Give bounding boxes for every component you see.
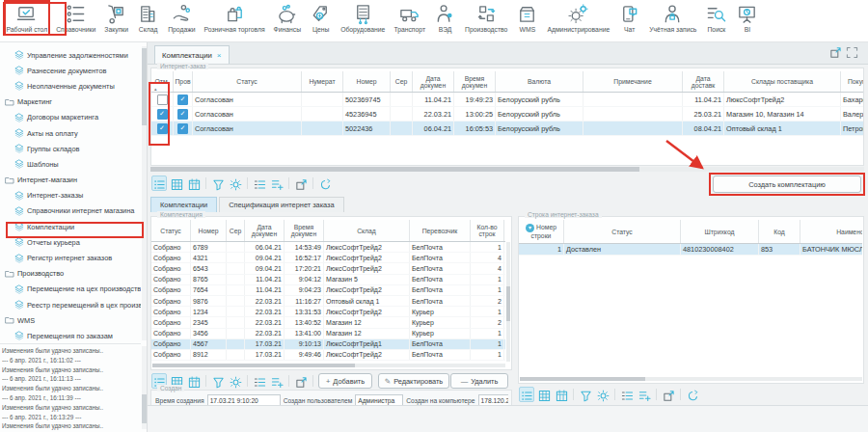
checkbox[interactable]: ✓ (177, 94, 188, 105)
sidebar-item[interactable]: Реестр перемещений в цех производ (0, 297, 141, 312)
column-header[interactable]: Сер (227, 220, 245, 242)
sidebar-item[interactable]: Группы складов (0, 141, 141, 156)
column-header[interactable]: Номер (191, 220, 227, 242)
list-add-button[interactable] (637, 387, 652, 402)
list-add-button[interactable] (269, 176, 285, 191)
sidebar-item[interactable]: Неоплаченные документы (0, 78, 141, 94)
edit-button[interactable]: ✎Редактировать (378, 373, 449, 389)
gear-button[interactable] (595, 387, 610, 402)
view-list-button[interactable] (519, 387, 534, 402)
assembly-row[interactable]: Собрано987622.03.2111:16:27Оптовый склад… (151, 295, 505, 306)
toolbar-item-prices[interactable]: Цены (310, 3, 332, 33)
sidebar-item[interactable]: Интернет-магазин (0, 173, 141, 188)
sidebar-item[interactable]: Акты на оплату (0, 125, 141, 141)
column-header[interactable]: Валюта (496, 71, 583, 93)
toolbar-item-desktop[interactable]: Рабочий стол (7, 3, 48, 33)
assembly-row[interactable]: Собрано345622.03.2113:41:00Магазин 12Кур… (151, 328, 505, 338)
popout-button[interactable] (829, 45, 842, 58)
view-grid-button[interactable] (169, 176, 184, 191)
order-row[interactable]: ✓Согласован50236974511.04.2119:49:23Бело… (151, 93, 863, 107)
sidebar-item[interactable]: WMS (0, 312, 141, 328)
column-header[interactable]: Отм.▴ (151, 71, 174, 93)
order-line-row[interactable]: 1Доставлен4810230008402853БАТОНЧИК МЮСЛИ… (519, 244, 862, 256)
order-line-hscrollbar[interactable] (520, 377, 862, 381)
toolbar-item-warehouse[interactable]: Склад (137, 3, 159, 33)
view-grid-button[interactable] (536, 387, 552, 402)
assembly-row[interactable]: Собрано765411.04.219:04:23ЛюксСофтТрейд2… (151, 284, 505, 295)
toolbar-item-purchases[interactable]: Закупки (104, 3, 128, 33)
refresh-button[interactable] (317, 176, 333, 191)
toolbar-item-directories[interactable]: Справочники (56, 3, 95, 33)
column-header[interactable]: Дата докумен (413, 71, 454, 93)
filter-button[interactable] (210, 176, 226, 191)
assembly-row[interactable]: Собрано876511.04.219:04:12Магазин 5БелПо… (151, 274, 505, 284)
column-header[interactable]: Наименова (800, 220, 863, 244)
view-calendar-button[interactable] (186, 176, 202, 191)
sidebar-item[interactable]: Справочники интернет магазина (0, 203, 141, 219)
sidebar-item[interactable]: Маркетинг (0, 94, 141, 110)
assembly-vscrollbar[interactable] (506, 242, 510, 362)
toolbar-item-finance[interactable]: Финансы (274, 3, 302, 33)
sidebar-item[interactable]: Шаблоны (0, 156, 141, 172)
list-add-button[interactable] (269, 373, 285, 389)
sidebar-item[interactable]: Регистр интернет заказов (0, 250, 141, 265)
toolbar-item-transport[interactable]: Транспорт (393, 3, 425, 33)
toolbar-item-production[interactable]: Производство (465, 3, 507, 33)
column-header[interactable]: Номер (343, 71, 391, 93)
assembly-row[interactable]: Собрано123422.03.2113:31:53ЛюксСофтТрейд… (151, 307, 505, 317)
toolbar-item-administration[interactable]: Администрирование (547, 3, 610, 33)
toolbar-item-retail[interactable]: Розничная торговля (204, 3, 265, 33)
column-header[interactable]: Время докумен (285, 220, 324, 242)
numbered-list-button[interactable] (252, 373, 267, 389)
column-header[interactable]: Статус (193, 71, 302, 93)
tab-close-icon[interactable]: × (217, 51, 222, 60)
column-header[interactable]: Примечание (583, 71, 683, 93)
sidebar-item[interactable]: Интернет-заказы (0, 188, 141, 203)
checkbox[interactable] (157, 94, 168, 105)
column-header[interactable]: Покупатель инт (841, 71, 864, 93)
gear-button[interactable] (228, 176, 243, 191)
sidebar-item-komplektacii[interactable]: Комплектации (0, 219, 141, 234)
subtab[interactable]: Комплектации (150, 197, 217, 212)
toolbar-item-sales[interactable]: Продажи (168, 3, 195, 33)
toolbar-item-equipment[interactable]: Оборудование (340, 3, 385, 33)
popout-button[interactable] (661, 387, 676, 402)
column-header[interactable]: Штрихкод (681, 220, 759, 244)
toolbar-item-chat[interactable]: Чат (618, 3, 640, 33)
toolbar-item-search[interactable]: Поиск (705, 3, 727, 33)
create-assembly-button[interactable]: Создать комплектацию (713, 176, 861, 193)
filter-button[interactable] (578, 387, 593, 402)
sidebar-item[interactable]: Перемещения по заказам (0, 328, 141, 343)
toolbar-item-bi[interactable]: BI (736, 3, 758, 33)
column-header[interactable]: Кол-в (всего (504, 220, 506, 242)
filter-button[interactable] (210, 373, 226, 389)
order-row[interactable]: ✓✓Согласован502243606.04.2116:05:53Белор… (151, 122, 863, 136)
order-row[interactable]: ✓✓Согласован4523694522.03.2113:00:25Бело… (151, 107, 863, 122)
sidebar-item[interactable]: Производство (0, 266, 141, 282)
column-header[interactable]: Статус (564, 220, 681, 244)
assembly-row[interactable]: Собрано432109.04.2116:52:17ЛюксСофтТрейд… (151, 253, 505, 263)
column-header[interactable]: Склады поставщика (724, 71, 841, 93)
delete-button[interactable]: —Удалить (450, 373, 508, 389)
numbered-list-button[interactable] (252, 176, 267, 191)
assembly-row[interactable]: Собрано234522.03.2113:40:52Магазин 12Кур… (151, 317, 505, 328)
column-header[interactable]: Дата доставк (683, 71, 724, 93)
tab-komplektacii[interactable]: Комплектации × (154, 45, 230, 64)
checkbox[interactable]: ✓ (157, 109, 168, 120)
column-header[interactable]: Дата докумен (245, 220, 285, 242)
sidebar-item[interactable]: Договоры маркетинга (0, 110, 141, 125)
sidebar-item[interactable]: Отчеты курьера (0, 234, 141, 250)
column-header[interactable]: Сер (391, 71, 413, 93)
assembly-hscrollbar[interactable] (152, 364, 505, 367)
assembly-row[interactable]: Собрано456717.03.219:10:13ЛюксСофтТрейд1… (151, 338, 505, 349)
toolbar-item-ved[interactable]: ВЭД (434, 3, 456, 33)
view-list-button[interactable] (151, 176, 167, 191)
column-header[interactable]: Код (759, 220, 800, 244)
subtab[interactable]: Спецификация интернет заказа (219, 197, 343, 212)
expand-button[interactable] (846, 45, 858, 58)
add-button[interactable]: +Добавить (318, 373, 372, 389)
assembly-row[interactable]: Собрано891217.03.219:49:46ЛюксСофтТрейд2… (151, 349, 505, 360)
checkbox[interactable]: ✓ (157, 123, 168, 134)
view-calendar-button[interactable] (186, 373, 202, 389)
log-scrollbar[interactable] (142, 346, 147, 429)
